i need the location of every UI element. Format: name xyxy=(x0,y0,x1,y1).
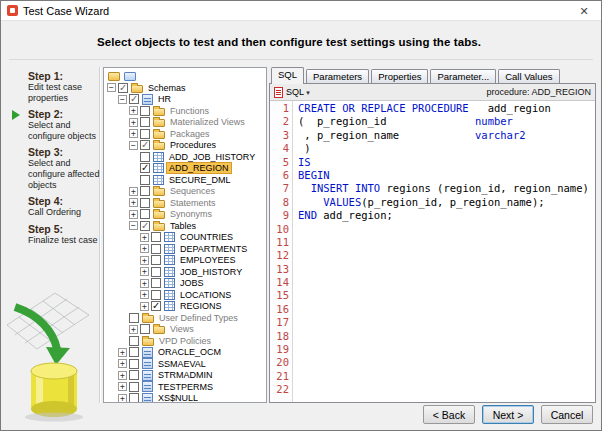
code-line: VALUES(p_region_id, p_region_name); xyxy=(298,196,589,209)
expander-plus-icon[interactable]: + xyxy=(140,302,149,311)
schema-filter-icon[interactable] xyxy=(124,72,136,81)
expander-minus-icon[interactable]: − xyxy=(129,221,138,230)
checkbox[interactable] xyxy=(140,209,150,219)
checkbox[interactable] xyxy=(129,347,139,357)
tree-item-job-history[interactable]: +JOB_HISTORY xyxy=(104,266,266,278)
checkbox[interactable] xyxy=(151,244,161,254)
checkbox[interactable] xyxy=(129,382,139,392)
schema-icon xyxy=(142,370,153,381)
tree-item-vpd-policies[interactable]: VPD Policies xyxy=(104,335,266,347)
expander-minus-icon[interactable]: − xyxy=(129,141,138,150)
close-button[interactable]: ✕ xyxy=(567,1,601,21)
cancel-button[interactable]: Cancel xyxy=(541,405,593,424)
tree-item-schemas[interactable]: −Schemas xyxy=(104,82,266,94)
tree-item-strmadmin[interactable]: +STRMADMIN xyxy=(104,370,266,382)
expander-plus-icon[interactable]: + xyxy=(129,129,138,138)
tree-item-statements[interactable]: +Statements xyxy=(104,197,266,209)
expander-plus-icon[interactable]: + xyxy=(118,382,127,391)
expander-plus-icon[interactable]: + xyxy=(118,348,127,357)
tree-item-countries[interactable]: +COUNTRIES xyxy=(104,232,266,244)
tree-item-packages[interactable]: +Packages xyxy=(104,128,266,140)
sql-dropdown[interactable]: SQL ▾ xyxy=(286,87,310,97)
checkbox[interactable] xyxy=(129,359,139,369)
expander-plus-icon[interactable]: + xyxy=(140,267,149,276)
expander-plus-icon[interactable]: + xyxy=(118,359,127,368)
tree-item-oracle-ocm[interactable]: +ORACLE_OCM xyxy=(104,347,266,359)
checkbox[interactable] xyxy=(140,106,150,116)
tree-item-label: Views xyxy=(168,324,196,334)
checkbox[interactable] xyxy=(140,129,150,139)
checkbox[interactable] xyxy=(151,267,161,277)
expander-plus-icon[interactable]: + xyxy=(140,279,149,288)
checkbox[interactable] xyxy=(140,163,150,173)
checkbox[interactable] xyxy=(151,290,161,300)
checkbox[interactable] xyxy=(140,198,150,208)
checkbox[interactable] xyxy=(140,140,150,150)
expander-plus-icon[interactable]: + xyxy=(140,290,149,299)
tree-item-label: SSMAEVAL xyxy=(156,359,208,369)
tab-parameters[interactable]: Parameters xyxy=(306,69,369,83)
checkbox[interactable] xyxy=(118,83,128,93)
tree-item-user-defined-types[interactable]: User Defined Types xyxy=(104,312,266,324)
tab-sql[interactable]: SQL xyxy=(271,67,304,84)
tree-item-synonyms[interactable]: +Synonyms xyxy=(104,209,266,221)
expander-plus-icon[interactable]: + xyxy=(118,371,127,380)
tree-item-tables[interactable]: −Tables xyxy=(104,220,266,232)
expander-plus-icon[interactable]: + xyxy=(129,198,138,207)
line-number: 18 xyxy=(270,330,289,343)
tree-item-procedures[interactable]: −Procedures xyxy=(104,140,266,152)
object-tree-panel: −Schemas−HR+Functions+Materialized Views… xyxy=(103,67,267,403)
expander-plus-icon[interactable]: + xyxy=(140,233,149,242)
tree-item-departments[interactable]: +DEPARTMENTS xyxy=(104,243,266,255)
next-button[interactable]: Next > xyxy=(482,405,534,424)
tree-item-locations[interactable]: +LOCATIONS xyxy=(104,289,266,301)
tree-item-employees[interactable]: +EMPLOYEES xyxy=(104,255,266,267)
tree-item-jobs[interactable]: +JOBS xyxy=(104,278,266,290)
checkbox[interactable] xyxy=(140,175,150,185)
tab-parameter[interactable]: Parameter... xyxy=(430,69,496,83)
tree-item-views[interactable]: +Views xyxy=(104,324,266,336)
expander-minus-icon[interactable]: − xyxy=(107,83,116,92)
checkbox[interactable] xyxy=(140,186,150,196)
checkbox[interactable] xyxy=(151,278,161,288)
tree-item-sequences[interactable]: +Sequences xyxy=(104,186,266,198)
sql-keyword: VALUES xyxy=(323,196,361,208)
expander-plus-icon[interactable]: + xyxy=(129,106,138,115)
expander-plus-icon[interactable]: + xyxy=(140,256,149,265)
checkbox[interactable] xyxy=(151,301,161,311)
tab-call-values[interactable]: Call Values xyxy=(498,69,559,83)
checkbox[interactable] xyxy=(140,117,150,127)
checkbox[interactable] xyxy=(129,94,139,104)
expander-minus-icon[interactable]: − xyxy=(118,95,127,104)
back-button[interactable]: < Back xyxy=(423,405,475,424)
tree-item-add-job-history[interactable]: ADD_JOB_HISTORY xyxy=(104,151,266,163)
tree-item-functions[interactable]: +Functions xyxy=(104,105,266,117)
root-folder-icon[interactable] xyxy=(108,72,120,81)
expander-plus-icon[interactable]: + xyxy=(129,187,138,196)
tree-item-hr[interactable]: −HR xyxy=(104,94,266,106)
tree-item-regions[interactable]: +REGIONS xyxy=(104,301,266,313)
checkbox[interactable] xyxy=(129,393,139,403)
expander-plus-icon[interactable]: + xyxy=(118,394,127,403)
expander-plus-icon[interactable]: + xyxy=(129,210,138,219)
checkbox[interactable] xyxy=(129,313,139,323)
tree-item-xs-null[interactable]: +XS$NULL xyxy=(104,393,266,404)
checkbox[interactable] xyxy=(140,324,150,334)
code-editor[interactable]: 12345678910111213141516171819202122 CREA… xyxy=(270,101,595,402)
tab-properties[interactable]: Properties xyxy=(371,69,428,83)
expander-plus-icon[interactable]: + xyxy=(140,244,149,253)
tree-item-materialized-views[interactable]: +Materialized Views xyxy=(104,117,266,129)
expander-plus-icon[interactable]: + xyxy=(129,118,138,127)
tree-item-secure-dml[interactable]: SECURE_DML xyxy=(104,174,266,186)
checkbox[interactable] xyxy=(140,152,150,162)
checkbox[interactable] xyxy=(129,336,139,346)
checkbox[interactable] xyxy=(129,370,139,380)
expander-plus-icon[interactable]: + xyxy=(129,325,138,334)
checkbox[interactable] xyxy=(151,255,161,265)
tree-item-add-region[interactable]: ADD_REGION xyxy=(104,163,266,175)
tree-item-testperms[interactable]: +TESTPERMS xyxy=(104,381,266,393)
checkbox[interactable] xyxy=(140,221,150,231)
object-icon xyxy=(153,175,164,185)
tree-item-ssmaeval[interactable]: +SSMAEVAL xyxy=(104,358,266,370)
checkbox[interactable] xyxy=(151,232,161,242)
